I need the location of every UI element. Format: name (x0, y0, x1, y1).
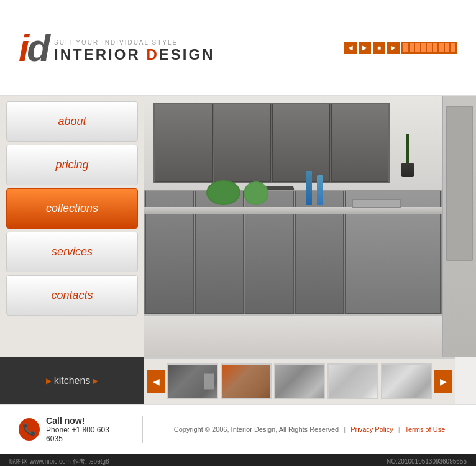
thumbnail-4[interactable] (327, 363, 378, 399)
separator-1: | (344, 426, 346, 433)
slideshow-controls: ◀ ▶ ■ ▶ (344, 42, 457, 54)
slideshow-progress (401, 42, 457, 54)
slideshow-next-button[interactable]: ▶ (359, 42, 371, 54)
thumbnail-3-img (275, 365, 324, 398)
progress-cell (421, 43, 426, 52)
thumbnail-next-button[interactable]: ▶ (434, 370, 452, 393)
thumbnail-container (167, 363, 432, 399)
thumbnail-prev-button[interactable]: ◀ (147, 370, 165, 393)
nav-item-services[interactable]: services (6, 232, 138, 272)
call-now-label: Call now! (46, 416, 85, 426)
logo-icon: id (19, 29, 48, 67)
watermark-right-text: NO:20100105130936095655 (387, 458, 467, 465)
sink (352, 199, 401, 208)
plant-decoration (401, 134, 414, 177)
copyright-text: Copyright © 2006, Interior Design, All R… (174, 426, 339, 433)
thumbnail-strip: ◀ ▶ (144, 357, 455, 404)
header: id SUIT YOUR INDIVIDUAL STYLE INTERIOR D… (0, 0, 476, 96)
nav-item-about[interactable]: about (6, 101, 138, 142)
kitchens-label: ▶ kitchens ▶ (46, 375, 99, 386)
thumbnail-5[interactable] (381, 363, 432, 399)
thumbnail-1-img (168, 365, 217, 398)
thumbnail-2[interactable] (221, 363, 272, 399)
slideshow-prev-button[interactable]: ◀ (344, 42, 357, 54)
kitchen-illustration (144, 96, 476, 357)
progress-cell (445, 43, 450, 52)
left-nav: about pricing collections services conta… (0, 96, 144, 357)
progress-cell (439, 43, 444, 52)
phone-area: 📞 Call now! Phone: +1 800 603 6035 (19, 416, 143, 443)
footer: 📞 Call now! Phone: +1 800 603 6035 Copyr… (0, 404, 476, 454)
bottle-1 (306, 171, 312, 205)
terms-of-use-link[interactable]: Terms of Use (405, 426, 445, 433)
logo-tagline: SUIT YOUR INDIVIDUAL STYLE (54, 39, 214, 46)
watermark-left-text: 昵图网 www.nipic.com 作者: tebetg8 (9, 457, 109, 466)
bottle-2 (317, 175, 323, 205)
main-image (144, 96, 476, 357)
slideshow-stop-button[interactable]: ■ (373, 42, 385, 54)
watermelon-decoration-2 (244, 181, 268, 205)
nav-item-contacts[interactable]: contacts (6, 275, 138, 316)
kitchen-floor (144, 314, 476, 357)
kitchens-text: kitchens (54, 375, 91, 386)
nav-item-pricing[interactable]: pricing (6, 145, 138, 185)
progress-cell (427, 43, 432, 52)
watermark-bar: 昵图网 www.nipic.com 作者: tebetg8 NO:2010010… (0, 454, 476, 466)
watermelon-decoration (206, 180, 240, 205)
privacy-policy-link[interactable]: Privacy Policy (350, 426, 393, 433)
main-content: about pricing collections services conta… (0, 96, 476, 357)
progress-cell (415, 43, 420, 52)
thumbnail-4-img (329, 365, 377, 398)
phone-symbol: 📞 (22, 423, 36, 436)
logo-text: SUIT YOUR INDIVIDUAL STYLE INTERIOR DESI… (54, 39, 214, 67)
copyright-area: Copyright © 2006, Interior Design, All R… (162, 426, 457, 433)
logo-name: INTERIOR DESIGN (54, 46, 214, 63)
separator-2: | (398, 426, 400, 433)
bottom-section: ▶ kitchens ▶ ◀ ▶ (0, 357, 476, 404)
thumbnail-3[interactable] (274, 363, 325, 399)
thumbnail-5-img (382, 365, 431, 398)
thumbnail-2-img (222, 365, 270, 398)
progress-cell (410, 43, 414, 52)
progress-cell (433, 43, 438, 52)
logo-area: id SUIT YOUR INDIVIDUAL STYLE INTERIOR D… (19, 29, 214, 67)
kitchens-nav[interactable]: ▶ kitchens ▶ (0, 357, 144, 404)
progress-cell (403, 43, 408, 52)
kitchens-arrow-left-icon: ▶ (46, 377, 52, 385)
phone-label: Phone: (46, 426, 70, 434)
right-appliance (442, 96, 476, 357)
phone-text: Call now! Phone: +1 800 603 6035 (46, 416, 124, 443)
progress-cell (451, 43, 455, 52)
phone-icon: 📞 (19, 418, 40, 441)
upper-cabinets (153, 103, 390, 183)
slideshow-play-button[interactable]: ▶ (387, 42, 400, 54)
nav-item-collections[interactable]: collections (6, 188, 138, 229)
thumbnail-1[interactable] (167, 363, 218, 399)
kitchens-arrow-right-icon: ▶ (93, 377, 98, 385)
